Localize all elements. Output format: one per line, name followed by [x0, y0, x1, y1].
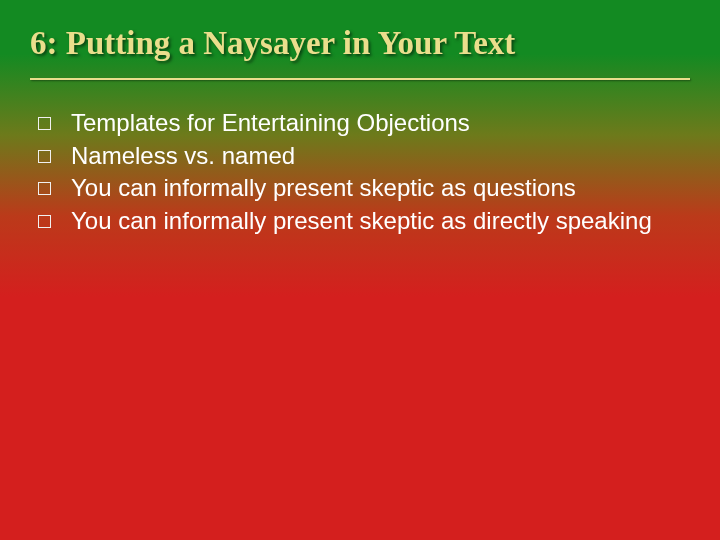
square-bullet-icon [38, 150, 51, 163]
list-item-text: Nameless vs. named [71, 141, 295, 172]
slide: 6: Putting a Naysayer in Your Text Templ… [0, 0, 720, 540]
title-underline [30, 78, 690, 80]
list-item: Nameless vs. named [38, 141, 690, 172]
list-item-text: You can informally present skeptic as qu… [71, 173, 576, 204]
slide-title: 6: Putting a Naysayer in Your Text [30, 24, 690, 74]
list-item: You can informally present skeptic as di… [38, 206, 690, 237]
slide-body: Templates for Entertaining Objections Na… [38, 108, 690, 239]
square-bullet-icon [38, 215, 51, 228]
square-bullet-icon [38, 182, 51, 195]
list-item-text: Templates for Entertaining Objections [71, 108, 470, 139]
square-bullet-icon [38, 117, 51, 130]
list-item: Templates for Entertaining Objections [38, 108, 690, 139]
list-item-text: You can informally present skeptic as di… [71, 206, 652, 237]
list-item: You can informally present skeptic as qu… [38, 173, 690, 204]
